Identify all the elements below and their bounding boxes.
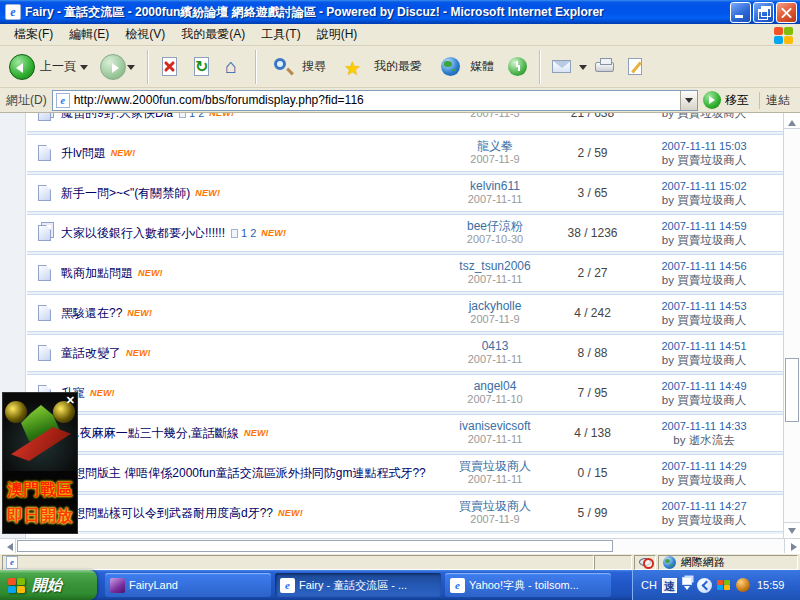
topic-title-link[interactable]: 升lv問題	[61, 145, 106, 162]
topic-pages[interactable]: 1 2	[179, 113, 204, 119]
lastpost-by[interactable]: by 買賣垃圾商人	[625, 153, 783, 167]
topic-title-link[interactable]: 魔笛的9野.大家快Dia	[61, 113, 173, 122]
lastpost-time-link[interactable]: 2007-11-11 14:49	[625, 379, 783, 393]
go-button[interactable]: 移至	[701, 90, 754, 110]
back-button[interactable]: 上一頁	[4, 52, 95, 82]
ad-close-icon[interactable]: ✕	[66, 394, 75, 407]
history-button[interactable]	[506, 55, 530, 79]
lastpost-time-link[interactable]: 2007-11-11 14:27	[625, 499, 783, 513]
topic-author-link[interactable]: jackyholle	[430, 300, 560, 313]
windows-update-tray-icon[interactable]	[717, 580, 731, 591]
language-bar-options[interactable]	[682, 577, 692, 593]
topic-title-link[interactable]: 戰商加點問題	[61, 265, 133, 282]
scroll-left-button[interactable]	[0, 539, 16, 553]
lastpost-by[interactable]: by 買賣垃圾商人	[625, 193, 783, 207]
topic-title-link[interactable]: 哈..夜麻麻一點三十幾分,童話斷線	[61, 425, 239, 442]
print-button[interactable]	[593, 55, 617, 79]
mail-button[interactable]	[550, 55, 574, 79]
topic-author-link[interactable]: tsz_tsun2006	[430, 260, 560, 273]
topic-title-link[interactable]: 大家以後銀行入數都要小心!!!!!!	[61, 225, 225, 242]
lastpost-by[interactable]: by 買賣垃圾商人	[625, 313, 783, 327]
menu-tools[interactable]: 工具(T)	[253, 24, 308, 45]
lastpost-time-link[interactable]: 2007-11-11 14:33	[625, 419, 783, 433]
refresh-button[interactable]	[190, 55, 214, 79]
status-privacy-pane[interactable]	[634, 555, 656, 570]
new-badge: NEW!	[138, 268, 163, 278]
favorites-button[interactable]: 我的最愛	[334, 53, 430, 81]
taskbar-button[interactable]: eYahoo!字典 - toilsom...	[445, 573, 611, 597]
forward-dropdown-icon[interactable]	[127, 65, 135, 74]
language-bar-restore-icon[interactable]	[682, 577, 692, 585]
topic-pages[interactable]: 1 2	[231, 227, 256, 239]
language-indicator[interactable]: CH	[641, 579, 657, 591]
mail-dropdown-icon[interactable]	[579, 65, 587, 74]
topic-author-link[interactable]: kelvin611	[430, 180, 560, 193]
ad-banner[interactable]: ✕ 澳門戰區 即日開放	[2, 392, 78, 534]
topic-post-date: 2007-11-9	[430, 153, 560, 166]
home-button[interactable]	[222, 55, 246, 79]
lastpost-time-link[interactable]: 2007-11-11 14:51	[625, 339, 783, 353]
edit-button[interactable]	[625, 55, 649, 79]
topic-icon	[38, 225, 51, 241]
vertical-scroll-thumb[interactable]	[785, 358, 799, 422]
url-dropdown-button[interactable]	[680, 91, 697, 110]
back-dropdown-icon[interactable]	[80, 65, 88, 74]
menu-view[interactable]: 檢視(V)	[117, 24, 173, 45]
topic-title-link[interactable]: 我想問版主 俾唔俾係2000fun童話交流區派外掛同防gm連點程式牙??	[61, 465, 426, 482]
lastpost-by[interactable]: by 買賣垃圾商人	[625, 353, 783, 367]
lastpost-time-link[interactable]: 2007-11-11 15:02	[625, 179, 783, 193]
topic-author-link[interactable]: 龍义拳	[430, 140, 560, 153]
close-button[interactable]	[776, 2, 797, 23]
minimize-button[interactable]	[730, 2, 751, 23]
topic-author-link[interactable]: bee仔涼粉	[430, 220, 560, 233]
scroll-down-button[interactable]	[784, 522, 800, 538]
taskbar-button[interactable]: eFairy - 童話交流區 - ...	[275, 573, 441, 597]
topic-author-link[interactable]: 0413	[430, 340, 560, 353]
topic-author-link[interactable]: 買賣垃圾商人	[430, 460, 560, 473]
links-label[interactable]: 連結	[759, 92, 798, 109]
topic-title-link[interactable]: 黑駭還在??	[61, 305, 122, 322]
forward-button[interactable]	[95, 52, 142, 82]
topic-title-link[interactable]: 童話改變了	[61, 345, 121, 362]
tray-app-icon[interactable]	[736, 578, 750, 592]
lastpost-by[interactable]: by 買賣垃圾商人	[625, 393, 783, 407]
lastpost-by[interactable]: by 買賣垃圾商人	[625, 513, 783, 527]
lastpost-time-link[interactable]: 2007-11-11 14:53	[625, 299, 783, 313]
url-text[interactable]: http://www.2000fun.com/bbs/forumdisplay.…	[74, 93, 680, 107]
menu-favorites[interactable]: 我的最愛(A)	[173, 24, 253, 45]
menu-file[interactable]: 檔案(F)	[6, 24, 61, 45]
media-button[interactable]: 媒體	[430, 53, 502, 81]
lastpost-by[interactable]: by 買賣垃圾商人	[625, 473, 783, 487]
restore-button[interactable]	[753, 2, 774, 23]
lastpost-by[interactable]: by 買賣垃圾商人	[625, 113, 783, 120]
lastpost-by[interactable]: by 買賣垃圾商人	[625, 233, 783, 247]
stop-button[interactable]	[158, 55, 182, 79]
lastpost-by[interactable]: by 逝水流去	[625, 433, 783, 447]
hide-icons-chevron[interactable]	[697, 578, 712, 593]
topic-author-link[interactable]: ivanisevicsoft	[430, 420, 560, 433]
start-button[interactable]: 開始	[0, 570, 97, 600]
lastpost-time-link[interactable]: 2007-11-11 14:59	[625, 219, 783, 233]
menu-help[interactable]: 說明(H)	[309, 24, 366, 45]
search-button[interactable]: 搜尋	[262, 53, 334, 81]
status-page-icon: e	[6, 556, 18, 569]
lastpost-time-link[interactable]: 2007-11-11 14:29	[625, 459, 783, 473]
topic-title-link[interactable]: 新手一問>~<"(有關禁師)	[61, 185, 190, 202]
topic-title-link[interactable]: 我想問點樣可以令到武器耐用度高d牙??	[61, 505, 273, 522]
lastpost-by[interactable]: by 買賣垃圾商人	[625, 273, 783, 287]
ime-mode-icon[interactable]: 速	[662, 578, 677, 593]
lastpost-time-link[interactable]: 2007-11-11 14:56	[625, 259, 783, 273]
topic-author-link[interactable]: 買賣垃圾商人	[430, 500, 560, 513]
topic-author-link[interactable]: angel04	[430, 380, 560, 393]
privacy-report-icon[interactable]	[639, 558, 651, 566]
vertical-scrollbar[interactable]	[783, 113, 800, 538]
horizontal-scrollbar[interactable]	[0, 538, 800, 553]
menu-edit[interactable]: 編輯(E)	[61, 24, 117, 45]
url-input[interactable]: e http://www.2000fun.com/bbs/forumdispla…	[52, 90, 698, 111]
scroll-right-button[interactable]	[784, 539, 800, 553]
language-bar-dropdown-icon[interactable]	[684, 586, 690, 593]
lastpost-time-link[interactable]: 2007-11-11 15:03	[625, 139, 783, 153]
horizontal-scroll-thumb[interactable]	[17, 540, 613, 552]
scroll-up-button[interactable]	[784, 113, 800, 129]
taskbar-button[interactable]: FairyLand	[105, 573, 271, 597]
